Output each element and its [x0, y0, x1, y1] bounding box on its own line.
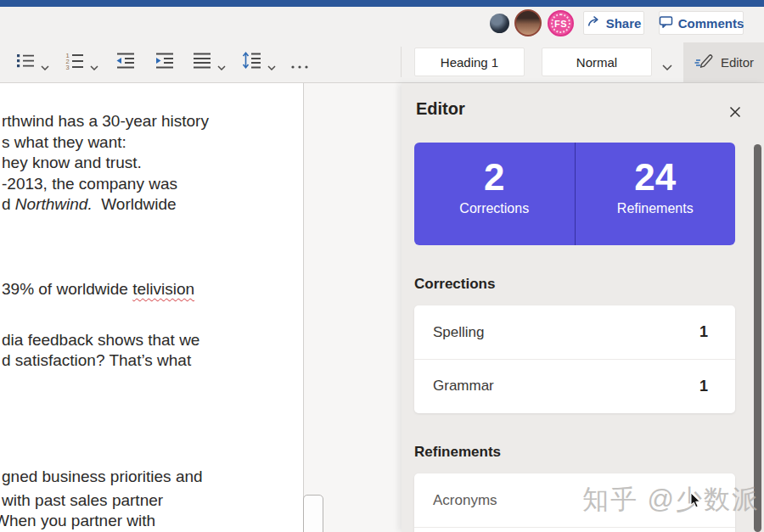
- collaborator-avatar-3[interactable]: FS: [548, 10, 574, 36]
- row-divider: [414, 527, 735, 528]
- more-options-button[interactable]: [290, 58, 309, 73]
- editor-ribbon-button[interactable]: Editor: [683, 42, 764, 82]
- grammar-count: 1: [699, 378, 708, 395]
- corrections-count: 2: [484, 157, 504, 198]
- line-spacing-button[interactable]: [241, 50, 263, 74]
- doc-line: gned business priorities and: [2, 467, 203, 487]
- watermark: 知乎 @少数派: [582, 482, 760, 518]
- word-window: FS Share Comments 123: [0, 0, 764, 532]
- share-icon: [587, 14, 601, 31]
- corrections-section-header: Corrections: [414, 276, 495, 293]
- editor-pane-title: Editor: [416, 99, 465, 119]
- misspelled-word[interactable]: telivision: [132, 280, 194, 298]
- document-page[interactable]: rthwind has a 30-year history s what the…: [0, 83, 304, 532]
- refinements-section-header: Refinements: [414, 444, 501, 461]
- line-spacing-dropdown[interactable]: [267, 59, 276, 74]
- doc-line: s what they want:: [2, 132, 126, 153]
- doc-line: -2013, the company was: [2, 174, 177, 194]
- style-chip-heading1-label: Heading 1: [441, 55, 498, 70]
- bullet-list-button[interactable]: [15, 50, 36, 74]
- spelling-label: Spelling: [433, 324, 485, 341]
- mouse-cursor: [690, 492, 702, 512]
- comments-label: Comments: [678, 16, 744, 31]
- doc-line: with past sales partner: [2, 490, 163, 511]
- doc-line: dia feedback shows that we: [2, 330, 199, 350]
- pane-scrollbar-thumb[interactable]: [754, 144, 761, 532]
- editor-pen-icon: [694, 52, 715, 73]
- numbered-list-button[interactable]: 123: [65, 50, 85, 74]
- italic-text: Northwind.: [15, 195, 93, 213]
- align-button[interactable]: [192, 50, 212, 74]
- increase-indent-button[interactable]: [154, 50, 176, 74]
- align-dropdown[interactable]: [217, 59, 226, 74]
- style-chip-normal-label: Normal: [576, 55, 617, 70]
- acronyms-label: Acronyms: [433, 492, 497, 509]
- corrections-count-label: Corrections: [459, 201, 529, 216]
- doc-line: rthwind has a 30-year history: [2, 111, 209, 132]
- doc-line: hey know and trust.: [2, 153, 142, 173]
- page-edge-widget[interactable]: [303, 495, 323, 532]
- editor-ribbon-button-label: Editor: [721, 55, 754, 70]
- decrease-indent-button[interactable]: [115, 50, 137, 74]
- numbered-list-dropdown[interactable]: [90, 59, 98, 74]
- doc-line: d satisfaction? That’s what: [2, 350, 191, 371]
- spelling-row[interactable]: Spelling 1: [414, 305, 735, 359]
- collaborator-avatar-1[interactable]: [490, 14, 509, 33]
- doc-line-italic: d Northwind. Worldwide: [2, 194, 177, 215]
- share-button[interactable]: Share: [583, 11, 644, 35]
- spelling-count: 1: [699, 323, 708, 341]
- comments-icon: [659, 14, 673, 31]
- share-label: Share: [606, 16, 642, 31]
- svg-text:3: 3: [66, 64, 70, 70]
- style-gallery-dropdown[interactable]: [662, 59, 672, 74]
- corrections-card: Spelling 1 Grammar 1: [414, 305, 735, 413]
- comments-button[interactable]: Comments: [659, 11, 744, 35]
- refinements-score-tile[interactable]: 24 Refinements: [576, 143, 736, 245]
- avatar-dotted-ring: [551, 14, 570, 33]
- grammar-label: Grammar: [433, 378, 494, 395]
- corrections-score-tile[interactable]: 2 Corrections: [414, 143, 576, 245]
- toolbar-separator: [401, 47, 402, 77]
- doc-line-spelling: 39% of worldwide telivision: [2, 279, 194, 300]
- editor-score-card: 2 Corrections 24 Refinements: [414, 143, 735, 245]
- collaborator-avatar-2[interactable]: [514, 9, 542, 36]
- doc-line: When you partner with: [0, 511, 155, 531]
- title-bar: [0, 0, 764, 7]
- refinements-count-label: Refinements: [617, 201, 694, 216]
- bullet-list-dropdown[interactable]: [41, 59, 49, 74]
- grammar-row[interactable]: Grammar 1: [414, 359, 735, 412]
- style-chip-normal[interactable]: Normal: [542, 48, 652, 76]
- style-chip-heading1[interactable]: Heading 1: [414, 48, 525, 76]
- refinements-count: 24: [634, 157, 676, 198]
- close-icon[interactable]: [725, 102, 745, 122]
